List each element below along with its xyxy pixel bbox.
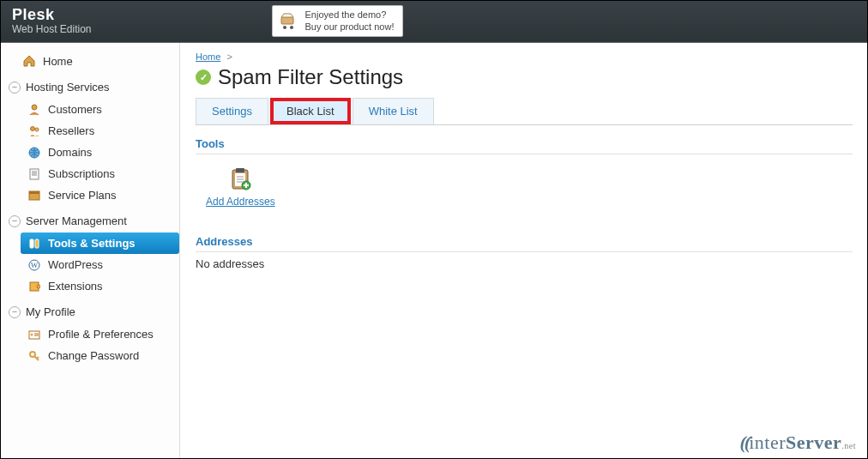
sidebar-section-title: Hosting Services bbox=[26, 81, 110, 94]
brand-block: Plesk Web Host Edition bbox=[12, 7, 92, 35]
collapse-icon: − bbox=[9, 215, 21, 227]
wordpress-icon: W bbox=[27, 259, 41, 271]
page-title-text: Spam Filter Settings bbox=[218, 65, 403, 89]
app-header: Plesk Web Host Edition Enjoyed the demo?… bbox=[0, 0, 868, 43]
sidebar-section-toggle[interactable]: − Hosting Services bbox=[0, 77, 179, 97]
svg-point-17 bbox=[31, 333, 33, 335]
addresses-heading: Addresses bbox=[196, 235, 853, 252]
sidebar-item-service-plans[interactable]: Service Plans bbox=[21, 184, 179, 206]
svg-text:W: W bbox=[31, 261, 39, 269]
sidebar-section-toggle[interactable]: − Server Management bbox=[0, 211, 179, 231]
sidebar-item-subscriptions[interactable]: Subscriptions bbox=[21, 163, 179, 184]
empty-message: No addresses bbox=[196, 257, 853, 270]
add-addresses-link[interactable]: Add Addresses bbox=[206, 196, 275, 208]
sidebar: Home − Hosting Services Customers Resell… bbox=[0, 43, 180, 459]
user-icon bbox=[27, 104, 41, 116]
check-circle-icon: ✓ bbox=[196, 69, 211, 85]
svg-point-3 bbox=[32, 105, 37, 110]
svg-point-4 bbox=[31, 126, 35, 130]
sidebar-item-label: Home bbox=[43, 55, 73, 68]
svg-point-15 bbox=[37, 285, 40, 288]
sidebar-item-extensions[interactable]: Extensions bbox=[21, 275, 179, 297]
collapse-icon: − bbox=[9, 82, 21, 94]
tab-bar: Settings Black List White List bbox=[196, 98, 853, 125]
tab-settings[interactable]: Settings bbox=[196, 98, 268, 124]
sidebar-section-hosting: − Hosting Services Customers Resellers D… bbox=[0, 77, 179, 206]
svg-rect-7 bbox=[30, 169, 39, 179]
home-icon bbox=[22, 54, 36, 68]
promo-text: Enjoyed the demo? Buy our product now! bbox=[305, 9, 395, 32]
sidebar-item-tools-settings[interactable]: Tools & Settings bbox=[21, 233, 179, 254]
svg-point-1 bbox=[283, 26, 286, 29]
svg-rect-0 bbox=[281, 17, 293, 24]
sidebar-item-label: Service Plans bbox=[48, 189, 116, 202]
key-icon bbox=[27, 350, 41, 362]
collapse-icon: − bbox=[9, 306, 21, 318]
document-icon bbox=[27, 168, 41, 180]
sidebar-item-label: Change Password bbox=[48, 349, 139, 362]
plan-icon bbox=[27, 190, 41, 202]
promo-button[interactable]: Enjoyed the demo? Buy our product now! bbox=[272, 5, 404, 36]
tab-black-list[interactable]: Black List bbox=[270, 98, 351, 124]
breadcrumb: Home > bbox=[196, 51, 853, 62]
main-content: Home > ✓ Spam Filter Settings Settings B… bbox=[180, 43, 868, 459]
sidebar-item-label: Resellers bbox=[48, 124, 94, 137]
svg-rect-11 bbox=[35, 239, 39, 248]
sidebar-section-title: My Profile bbox=[26, 305, 75, 318]
sidebar-item-label: Tools & Settings bbox=[48, 237, 136, 250]
sidebar-section-toggle[interactable]: − My Profile bbox=[0, 302, 179, 322]
sidebar-item-label: Profile & Preferences bbox=[48, 328, 154, 341]
globe-icon bbox=[27, 147, 41, 159]
svg-point-5 bbox=[35, 128, 39, 131]
sidebar-item-customers[interactable]: Customers bbox=[21, 99, 179, 120]
sidebar-item-label: Subscriptions bbox=[48, 167, 115, 180]
users-icon bbox=[27, 125, 41, 137]
sidebar-item-domains[interactable]: Domains bbox=[21, 142, 179, 163]
sidebar-item-label: Customers bbox=[48, 103, 102, 116]
clipboard-add-icon bbox=[227, 166, 253, 192]
cart-icon bbox=[278, 12, 298, 31]
sidebar-item-resellers[interactable]: Resellers bbox=[21, 120, 179, 142]
tools-heading: Tools bbox=[196, 137, 853, 154]
sidebar-item-label: Domains bbox=[48, 146, 92, 159]
sidebar-item-wordpress[interactable]: W WordPress bbox=[21, 254, 179, 275]
svg-rect-20 bbox=[236, 168, 244, 172]
page-title: ✓ Spam Filter Settings bbox=[196, 65, 853, 89]
breadcrumb-home[interactable]: Home bbox=[196, 51, 220, 62]
footer-brand: ((interServer.net bbox=[740, 432, 857, 454]
brand-name: Plesk bbox=[12, 7, 92, 24]
sidebar-section-title: Server Management bbox=[26, 214, 127, 227]
sidebar-section-server: − Server Management Tools & Settings W W… bbox=[0, 211, 179, 297]
sidebar-item-change-password[interactable]: Change Password bbox=[21, 345, 179, 366]
add-addresses-button[interactable]: Add Addresses bbox=[206, 166, 275, 208]
svg-rect-10 bbox=[30, 239, 33, 248]
tab-white-list[interactable]: White List bbox=[353, 98, 434, 124]
chevron-right-icon: > bbox=[226, 51, 232, 62]
puzzle-icon bbox=[27, 281, 41, 293]
sidebar-item-home[interactable]: Home bbox=[0, 50, 179, 72]
svg-rect-9 bbox=[29, 191, 39, 194]
tools-icon bbox=[27, 238, 41, 250]
brand-edition: Web Host Edition bbox=[12, 24, 92, 35]
sidebar-section-profile: − My Profile Profile & Preferences Chang… bbox=[0, 302, 179, 366]
sidebar-item-profile-prefs[interactable]: Profile & Preferences bbox=[21, 323, 179, 345]
sidebar-item-label: Extensions bbox=[48, 280, 103, 293]
svg-point-2 bbox=[290, 26, 293, 29]
sidebar-item-label: WordPress bbox=[48, 258, 103, 271]
card-icon bbox=[27, 329, 41, 341]
